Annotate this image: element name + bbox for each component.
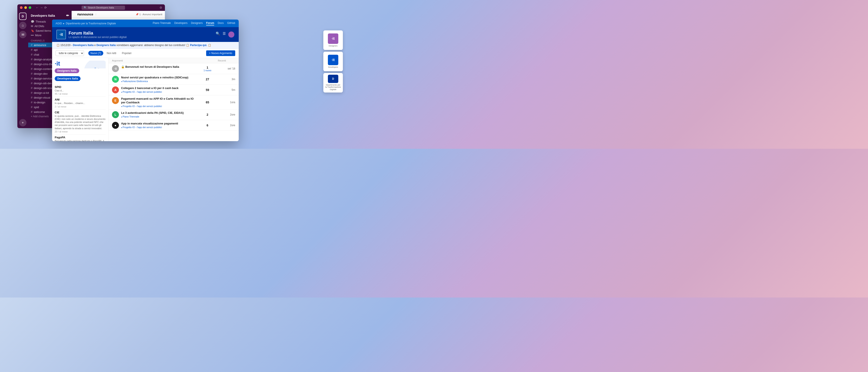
topic-count: 59	[199, 88, 216, 92]
forum-header: ·it Forum Italia Lo spazio di discussion…	[52, 27, 239, 42]
new-topic-button[interactable]: + Nuovo Argomento	[206, 50, 235, 56]
channel-hash-icon: #	[31, 72, 33, 75]
workspace-avatar[interactable]: D	[19, 12, 27, 20]
topic-details: 🔒 Benvenuti nel forum di Developers Ital…	[121, 65, 179, 69]
user-avatar-icon[interactable]	[228, 31, 235, 37]
minimize-button[interactable]	[24, 6, 27, 9]
topic-time: 2ore	[218, 124, 235, 127]
table-row[interactable]: N Nuovi servizi per quadratura e reinolt…	[108, 74, 239, 85]
new-message-icon[interactable]: ✏	[66, 13, 69, 18]
topic-avatar: N	[112, 76, 119, 83]
back-button[interactable]: ←	[36, 6, 39, 9]
channel-io-design-label: io-design	[34, 101, 45, 104]
category-pagopa[interactable]: PagoPA Benvenuto nella sezione dedicata …	[55, 135, 106, 141]
category-filter[interactable]: tutte le categorie	[56, 50, 84, 56]
topic-info: N Nuovi servizi per quadratura e reinolt…	[112, 76, 197, 83]
topic-category: Progetto IO - l'app dei servizi pubblici	[121, 91, 178, 93]
topic-info: E Pagamenti mancanti su APP IO e Carte A…	[112, 97, 197, 108]
it-logo-large: ·it	[55, 61, 60, 67]
channel-hash-icon: #	[31, 62, 33, 66]
channel-hash-icon: #	[31, 101, 33, 104]
dm-icon[interactable]: ✉	[19, 31, 27, 38]
cat-name-pagopa: PagoPA	[55, 136, 106, 139]
topic-time: 5m	[218, 88, 235, 91]
topic-title: 🔒 Benvenuti nel forum di Developers Ital…	[121, 65, 179, 69]
dept-card[interactable]: D Dipartimento per la Trasformazione Dig…	[323, 73, 343, 92]
channel-api-label: api	[34, 48, 37, 52]
table-row[interactable]: E Pagamenti mancanti su APP IO e Carte A…	[108, 95, 239, 110]
tab-nuovi[interactable]: Nuovi (7)	[88, 51, 103, 56]
saved-label: Saved items	[36, 29, 51, 32]
forum-content: ·it it Designers Italia Developers Itali…	[52, 58, 239, 141]
col-replies	[200, 59, 218, 62]
search-placeholder: Search Developers Italia	[88, 6, 114, 9]
topic-avatar: L	[112, 111, 119, 118]
channel-name: #announce	[77, 12, 93, 16]
refresh-button[interactable]: ⟳	[44, 6, 47, 9]
category-cie[interactable]: CIE In questa sezione, può... identità E…	[55, 110, 106, 135]
channel-design-dev-label: design-dev	[34, 72, 48, 75]
category-ani[interactable]: ANI In que... Residen... chiarim... 2 / …	[55, 97, 106, 109]
it-logo-icon: ·it	[56, 30, 66, 39]
designers-card[interactable]: ·it Designers	[323, 30, 343, 50]
partecipa-link[interactable]: Partecipa qui.	[190, 44, 207, 47]
nav-piano[interactable]: Piano Triennale	[153, 22, 171, 25]
developers-italia-link[interactable]: Developers Italia	[73, 44, 94, 47]
maximize-button[interactable]	[29, 6, 31, 9]
topic-category: Progetto IO - l'app dei servizi pubblici	[121, 126, 178, 128]
topic-title: Nuovi servizi per quadratura e reinoltro…	[121, 76, 188, 80]
designers-italia-link[interactable]: Designers Italia	[96, 44, 116, 47]
search-bar[interactable]: 🔍 Search Developers Italia	[82, 6, 125, 10]
developers-card[interactable]: ·it Developers	[323, 52, 343, 71]
cat-desc-spid: Ciao d...	[55, 89, 106, 92]
breadcrumb-dept[interactable]: Dipartimento per la Trasformazione Digit…	[66, 22, 116, 25]
forum-title: Forum Italia	[69, 31, 126, 36]
topic-stats: 65	[199, 101, 216, 104]
search-icon[interactable]: 🔍	[216, 31, 220, 37]
tab-non-letti[interactable]: Non letti	[104, 51, 119, 56]
table-row[interactable]: A Collegare 2 bancomat a IO per il cash …	[108, 85, 239, 95]
nav-docs[interactable]: Docs	[218, 22, 223, 25]
slack-titlebar: ← → ⟳ 🔍 Search Developers Italia ⚙	[18, 4, 165, 11]
search-icon: 🔍	[84, 6, 87, 9]
cat-stats-spid: 45 / al mese	[55, 92, 106, 95]
category-spid[interactable]: SPID Ciao d... 45 / al mese	[55, 84, 106, 97]
developers-logo: ·it	[328, 55, 338, 65]
topic-time: 1ora	[218, 101, 235, 104]
nav-github[interactable]: GitHub	[227, 22, 235, 25]
it-watermark: it	[94, 65, 100, 68]
designers-badge[interactable]: Designers Italia	[55, 68, 79, 73]
add-workspace-button[interactable]: +	[19, 119, 27, 126]
channel-announce-label: announce	[34, 44, 46, 47]
settings-icon[interactable]: ⚙	[159, 6, 162, 9]
channel-design-content-label: design-content	[34, 67, 52, 70]
topic-stats: 59	[199, 88, 216, 92]
saved-icon: 🔖	[31, 29, 34, 32]
developers-badge[interactable]: Developers Italia	[55, 76, 81, 81]
nav-developers[interactable]: Developers	[174, 22, 187, 25]
table-row[interactable]: ● App io mancata visualizzazione pagamen…	[108, 120, 239, 131]
close-button[interactable]	[20, 6, 23, 9]
forum-header-icons: 🔍 ☰	[216, 31, 235, 37]
topic-avatar: A	[112, 86, 119, 93]
breadcrumb-agid[interactable]: AGID	[56, 22, 62, 25]
channel-design-service-label: design-service	[34, 77, 52, 80]
channel-design-analytics-label: design-analytics	[34, 58, 54, 61]
forward-button[interactable]: →	[40, 6, 43, 9]
channel-star-icon[interactable]: ☆	[95, 13, 97, 16]
channel-header: # #announce ☆ 📌 1 · Annunci importanti	[72, 11, 165, 18]
menu-icon[interactable]: ☰	[223, 31, 226, 37]
topic-avatar: ·it	[112, 65, 119, 72]
threads-icon: 💬	[31, 20, 34, 23]
nav-designers[interactable]: Designers	[191, 22, 203, 25]
channel-hash-icon: #	[31, 43, 33, 47]
table-row[interactable]: L Le 3 autenticazioni della PA (SPID, CI…	[108, 110, 239, 120]
topics-header: Argomenti Recenti	[108, 58, 239, 63]
home-icon[interactable]: ⌂	[19, 22, 27, 29]
topic-avatar: E	[112, 97, 119, 104]
nav-forum[interactable]: Forum	[206, 22, 214, 25]
channel-hash-icon: #	[31, 48, 33, 52]
table-row[interactable]: ·it 🔒 Benvenuti nel forum di Developers …	[108, 63, 239, 74]
forum-toolbar: tutte le categorie Nuovi (7) Non letti P…	[52, 49, 239, 58]
tab-popolari[interactable]: Popolari	[120, 51, 134, 56]
